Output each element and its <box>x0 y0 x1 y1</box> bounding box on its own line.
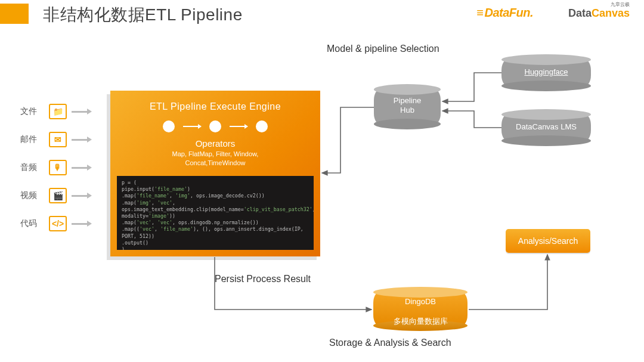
video-icon: 🎬 <box>49 188 67 203</box>
input-list: 文件 📁 邮件 ✉ 音频 🎙 视频 🎬 代码 </> <box>20 99 110 239</box>
input-video: 视频 🎬 <box>20 183 110 208</box>
input-file-label: 文件 <box>20 106 44 117</box>
input-file: 文件 📁 <box>20 99 110 124</box>
node-lms-label: DataCanvas LMS <box>501 122 591 132</box>
header-accent <box>0 4 29 24</box>
input-audio-label: 音频 <box>20 162 44 173</box>
node-huggingface: Huggingface <box>501 60 591 86</box>
code-icon: </> <box>49 216 67 231</box>
input-mail-label: 邮件 <box>20 134 44 145</box>
node-datacanvas-lms: DataCanvas LMS <box>501 115 591 141</box>
engine-flow <box>110 112 320 137</box>
etl-engine-card: ETL Pipeline Execute Engine Operators Ma… <box>110 91 320 256</box>
logo-datacanvas: DataCanvas <box>568 7 630 20</box>
flow-edge-icon <box>183 126 201 127</box>
arrow-icon <box>72 167 88 169</box>
node-dingodb: DingoDB 多模向量数据库 <box>373 292 467 326</box>
input-code-label: 代码 <box>20 218 44 229</box>
arrow-icon <box>72 223 88 225</box>
mic-icon: 🎙 <box>49 160 67 175</box>
arrow-icon <box>72 195 88 197</box>
logo-datafun: DataFun. <box>476 6 533 20</box>
input-audio: 音频 🎙 <box>20 155 110 180</box>
node-pipeline-hub-label: Pipeline Hub <box>374 96 441 116</box>
arrow-icon <box>72 139 88 141</box>
caption-storage: Storage & Analysis & Search <box>329 338 451 348</box>
engine-title: ETL Pipeline Execute Engine <box>110 91 320 112</box>
folder-icon: 📁 <box>49 104 67 119</box>
node-pipeline-hub: Pipeline Hub <box>374 89 441 124</box>
flow-node-icon <box>256 120 268 132</box>
dingodb-line2: 多模向量数据库 <box>394 317 448 326</box>
logo-datacanvas-left: Data <box>568 7 592 19</box>
flow-edge-icon <box>230 126 247 127</box>
operators-list: Map, FlatMap, Filter, Window, Concat,Tim… <box>110 148 320 171</box>
input-code: 代码 </> <box>20 211 110 236</box>
dingodb-line1: DingoDB <box>405 298 436 307</box>
page-title: 非结构化数据ETL Pipeline <box>43 4 243 26</box>
caption-model-selection: Model & pipeline Selection <box>327 44 439 54</box>
logo-datacanvas-right: Canvas <box>592 7 630 19</box>
caption-persist-result: Persist Process Result <box>215 274 311 284</box>
mail-icon: ✉ <box>49 132 67 147</box>
node-analysis-search: Analysis/Search <box>506 229 590 253</box>
node-huggingface-label: Huggingface <box>501 67 591 77</box>
code-sample: p = ( pipe.input('file_name') .map('file… <box>117 176 314 250</box>
input-mail: 邮件 ✉ <box>20 127 110 152</box>
flow-node-icon <box>209 120 221 132</box>
flow-node-icon <box>163 120 175 132</box>
input-video-label: 视频 <box>20 190 44 201</box>
operators-title: Operators <box>110 137 320 148</box>
node-dingodb-label: DingoDB 多模向量数据库 <box>373 287 467 326</box>
arrow-icon <box>72 111 88 113</box>
